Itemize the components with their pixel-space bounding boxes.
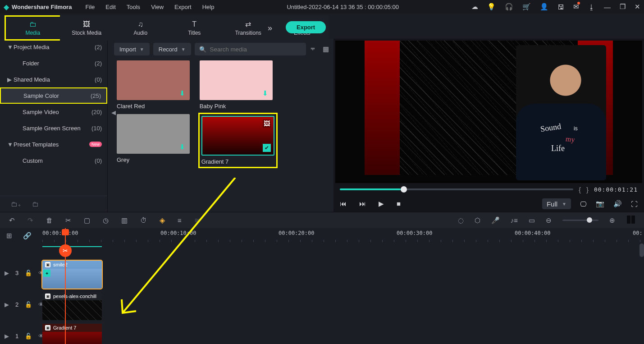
time-ruler[interactable]: 00:00:00:00 00:00:10:00 00:00:20:00 00:0… xyxy=(42,231,644,243)
tree-folder[interactable]: Folder (2) xyxy=(0,55,107,71)
menu-edit[interactable]: Edit xyxy=(105,4,115,10)
tab-titles[interactable]: T Titles xyxy=(168,15,222,41)
filter-icon[interactable]: ⫧ xyxy=(310,45,316,53)
snap-icon[interactable]: ▭ xyxy=(529,216,535,225)
window-minimize-icon[interactable]: — xyxy=(604,3,611,11)
add-track-icon[interactable]: ⊞ xyxy=(0,232,18,240)
message-icon[interactable]: ✉ xyxy=(573,3,579,11)
tree-count: (0) xyxy=(95,157,102,164)
audio-wave-icon[interactable]: ≋ xyxy=(194,216,200,225)
zoom-out-icon[interactable]: ⊖ xyxy=(546,216,552,225)
play-icon[interactable]: ▶ xyxy=(379,200,384,208)
thumb-grey[interactable]: ⬇ Grey xyxy=(117,114,190,163)
tab-transitions[interactable]: ⇄ Transitions xyxy=(221,15,275,41)
download-icon[interactable]: ⬇ xyxy=(179,89,185,97)
menu-view[interactable]: View xyxy=(151,4,164,10)
link-icon[interactable]: 🔗 xyxy=(18,232,36,240)
stop-icon[interactable]: ■ xyxy=(397,200,401,208)
split-icon[interactable]: ✂ xyxy=(65,216,71,225)
zoom-handle[interactable] xyxy=(587,217,592,223)
support-icon[interactable]: 🎧 xyxy=(505,3,513,11)
tree-sample-green-screen[interactable]: Sample Green Screen (10) xyxy=(0,120,107,136)
mark-in-icon[interactable]: { xyxy=(579,186,581,193)
preview-options: Full ▼ 🖵 📷 🔊 ⛶ xyxy=(542,198,638,209)
tree-project-media[interactable]: ▼ Project Media (2) xyxy=(0,39,107,55)
scissors-icon[interactable]: ✂ xyxy=(59,244,72,257)
thumb-claret-red[interactable]: ⬇ Claret Red xyxy=(117,60,190,110)
speed-icon[interactable]: ◷ xyxy=(103,216,109,225)
user-icon[interactable]: 👤 xyxy=(540,3,548,11)
cart-icon[interactable]: 🛒 xyxy=(522,3,531,11)
titlebar-actions: ☁ 💡 🎧 🛒 👤 🖫 ✉ ⭳ — ❐ ✕ xyxy=(471,3,640,11)
tree-label: Custom xyxy=(14,157,95,164)
zoom-slider[interactable] xyxy=(562,220,598,221)
scrub-bar[interactable] xyxy=(340,188,573,190)
next-frame-icon[interactable]: ⏭ xyxy=(359,200,366,208)
undo-icon[interactable]: ↶ xyxy=(9,216,15,225)
export-button[interactable]: Export xyxy=(286,21,326,33)
zoom-in-icon[interactable]: ⊕ xyxy=(609,216,615,225)
open-folder-icon[interactable]: 🗀 xyxy=(32,200,39,208)
tree-sample-video[interactable]: Sample Video (20) xyxy=(0,104,107,120)
preview-canvas[interactable]: Sound is my Life xyxy=(335,41,642,183)
detach-window-icon[interactable]: 🖵 xyxy=(580,200,587,208)
tab-stock-media[interactable]: 🖼 Stock Media xyxy=(60,15,114,41)
scrub-handle[interactable] xyxy=(401,186,407,193)
cloud-icon[interactable]: ☁ xyxy=(471,3,478,11)
crop-icon[interactable]: ▢ xyxy=(84,216,90,225)
keyframe-icon[interactable]: ◈ xyxy=(160,216,165,225)
lock-icon[interactable]: 🔓 xyxy=(25,301,32,308)
tab-media[interactable]: 🗀 Media xyxy=(5,15,60,41)
redo-icon[interactable]: ↷ xyxy=(27,216,33,225)
adjust-icon[interactable]: ≡ xyxy=(178,216,182,224)
window-maximize-icon[interactable]: ❐ xyxy=(620,3,626,11)
new-folder-icon[interactable]: 🗀₊ xyxy=(11,200,21,208)
playhead[interactable]: ✂ xyxy=(65,228,66,344)
duration-icon[interactable]: ⏱ xyxy=(140,216,147,224)
tab-audio[interactable]: ♫ Audio xyxy=(114,15,168,41)
quality-select[interactable]: Full ▼ xyxy=(542,198,571,209)
tree-custom[interactable]: Custom (0) xyxy=(0,152,107,169)
mixer-icon[interactable]: ♪≡ xyxy=(511,216,518,224)
snapshot-icon[interactable]: 📷 xyxy=(596,200,604,208)
color-icon[interactable]: ▥ xyxy=(121,216,128,225)
import-button[interactable]: Import ▼ xyxy=(114,43,150,55)
grid-view-icon[interactable]: ▦ xyxy=(323,45,329,53)
render-icon[interactable]: ◌ xyxy=(458,216,464,225)
volume-icon[interactable]: 🔊 xyxy=(613,200,622,208)
record-button[interactable]: Record ▼ xyxy=(153,43,191,55)
marker-icon[interactable]: ⬡ xyxy=(475,216,480,225)
download-icon[interactable]: ⬇ xyxy=(179,143,185,151)
search-media[interactable]: 🔍 xyxy=(195,43,306,55)
fullscreen-icon[interactable]: ⛶ xyxy=(631,200,638,208)
thumb-gradient-7[interactable]: 🖼 ✔ Gradient 7 xyxy=(200,114,276,167)
clip-smile2[interactable]: ▣ smile2 ✦ xyxy=(42,261,102,289)
menu-export[interactable]: Export xyxy=(174,4,192,10)
delete-icon[interactable]: 🗑 xyxy=(46,216,53,224)
menu-tools[interactable]: Tools xyxy=(127,4,140,10)
mark-out-icon[interactable]: } xyxy=(586,186,589,193)
back-icon[interactable]: ◀ xyxy=(111,109,116,116)
save-icon[interactable]: 🖫 xyxy=(557,3,564,11)
tree-preset-templates[interactable]: ▼ Preset Templates New xyxy=(0,136,107,152)
image-icon: 🖼 xyxy=(83,20,90,28)
expand-icon[interactable]: » xyxy=(268,23,272,33)
lock-icon[interactable]: 🔓 xyxy=(25,333,32,339)
fit-timeline-icon[interactable] xyxy=(626,216,635,225)
tree-shared-media[interactable]: ▶ Shared Media (0) xyxy=(0,71,107,87)
search-input[interactable] xyxy=(210,46,301,53)
bulb-icon[interactable]: 💡 xyxy=(487,3,496,11)
thumb-baby-pink[interactable]: ⬇ Baby Pink xyxy=(200,60,273,110)
prev-frame-icon[interactable]: ⏮ xyxy=(340,200,347,208)
menu-help[interactable]: Help xyxy=(202,4,215,10)
tree-sample-color[interactable]: Sample Color (25) xyxy=(0,87,107,104)
download-icon[interactable]: ⭳ xyxy=(588,3,595,11)
download-icon[interactable]: ⬇ xyxy=(262,89,268,97)
window-close-icon[interactable]: ✕ xyxy=(635,3,640,11)
clip-gradient-7[interactable]: ▣ Gradient 7 xyxy=(42,324,102,344)
voiceover-icon[interactable]: 🎤 xyxy=(491,216,500,225)
lock-icon[interactable]: 🔓 xyxy=(25,270,32,276)
menu-file[interactable]: File xyxy=(85,4,95,10)
clip-pexels[interactable]: ▣ pexels-alex-conchill xyxy=(42,292,102,320)
timeline-vscroll[interactable] xyxy=(639,243,644,257)
